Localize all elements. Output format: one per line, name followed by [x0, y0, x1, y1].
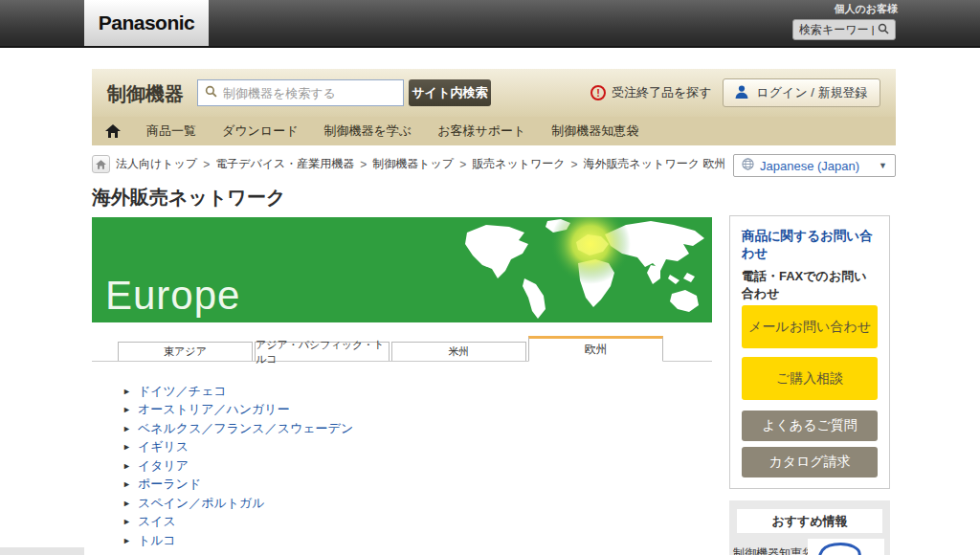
region-tabs: 東アジア アジア・パシフィック・トルコ 米州 欧州 [92, 336, 712, 362]
country-link-list: ► ドイツ／チェコ ► オーストリア／ハンガリー ► ベネルクス／フランス／スウ… [122, 382, 353, 550]
country-link[interactable]: オーストリア／ハンガリー [138, 401, 290, 418]
login-label: ログイン / 新規登録 [756, 84, 867, 101]
country-link[interactable]: イタリア [138, 457, 189, 475]
list-item: ► スイス [122, 513, 353, 532]
tab-asia-pacific-turkey[interactable]: アジア・パシフィック・トルコ [255, 342, 390, 361]
discontinued-products-link[interactable]: 受注終了品を探す [590, 84, 712, 101]
country-link[interactable]: ポーランド [138, 476, 201, 493]
page: Panasonic 個人のお客様 制御機器 サイト内検索 受注終了品を探す ログ… [0, 0, 980, 555]
site-search-button[interactable]: サイト内検索 [409, 79, 491, 106]
country-link[interactable]: スペイン／ポルトガル [138, 495, 265, 512]
nav-item-support[interactable]: お客様サポート [437, 122, 525, 140]
site-search-box[interactable] [197, 79, 404, 106]
caret-down-icon[interactable]: ▼ [879, 161, 887, 170]
pointer-icon: ► [122, 387, 131, 396]
recommend-panel: おすすめ情報 制御機器知恵袋 [729, 500, 890, 555]
purchase-consult-button[interactable]: ご購入相談 [742, 357, 878, 400]
catalog-request-button[interactable]: カタログ請求 [742, 447, 878, 477]
pointer-icon: ► [122, 424, 131, 433]
recommend-item-link[interactable]: 制御機器知恵袋 [733, 545, 813, 555]
global-search-box[interactable] [792, 19, 896, 40]
recommend-title: おすすめ情報 [737, 509, 882, 533]
region-banner: Europe [92, 217, 712, 322]
personal-customer-link[interactable]: 個人のお客様 [834, 2, 898, 16]
top-bar: Panasonic 個人のお客様 [0, 0, 980, 48]
country-link[interactable]: イギリス [138, 438, 189, 455]
country-link[interactable]: スイス [138, 513, 176, 530]
globe-icon [742, 158, 754, 173]
breadcrumb-home-icon[interactable] [92, 155, 110, 173]
global-search-input[interactable] [799, 23, 874, 36]
country-link[interactable]: ベネルクス／フランス／スウェーデン [138, 420, 353, 437]
breadcrumb-separator: > [203, 158, 210, 171]
list-item: ► ドイツ／チェコ [122, 382, 353, 401]
search-icon[interactable] [878, 21, 889, 38]
pointer-icon: ► [122, 479, 131, 489]
tab-east-asia[interactable]: 東アジア [118, 342, 253, 361]
banner-region-label: Europe [105, 273, 240, 319]
site-title: 制御機器 [107, 81, 184, 107]
breadcrumb-item[interactable]: 法人向けトップ [116, 156, 197, 172]
list-item: ► トルコ [122, 531, 353, 550]
breadcrumb-separator: > [571, 158, 578, 171]
breadcrumb-item[interactable]: 制御機器トップ [372, 156, 454, 172]
list-item: ► スペイン／ポルトガル [122, 494, 353, 513]
language-value: Japanese (Japan) [760, 159, 859, 173]
recommend-thumbnail[interactable] [808, 539, 884, 555]
pointer-icon: ► [122, 405, 131, 414]
list-item: ► ポーランド [122, 476, 353, 495]
login-button[interactable]: ログイン / 新規登録 [723, 78, 880, 107]
world-map [454, 217, 712, 322]
pointer-icon: ► [122, 536, 131, 545]
scribble-icon [808, 539, 884, 555]
pointer-icon: ► [122, 461, 131, 471]
site-header: 制御機器 サイト内検索 受注終了品を探す ログイン / 新規登録 [92, 69, 896, 117]
home-icon[interactable] [105, 124, 121, 138]
breadcrumb-item-current: 海外販売ネットワーク 欧州 [584, 156, 726, 172]
user-icon [735, 85, 748, 101]
breadcrumb-item[interactable]: 電子デバイス・産業用機器 [215, 156, 354, 172]
list-item: ► イタリア [122, 456, 353, 476]
contact-title: 商品に関するお問い合わせ [742, 228, 878, 262]
breadcrumb-item[interactable]: 販売ネットワーク [472, 156, 565, 172]
breadcrumb-separator: > [360, 158, 367, 171]
nav-item-chiebukuro[interactable]: 制御機器知恵袋 [551, 122, 638, 140]
alert-icon [590, 85, 606, 100]
europe-glow-icon [550, 217, 631, 284]
pointer-icon: ► [122, 499, 131, 508]
nav-item-products[interactable]: 商品一覧 [146, 122, 196, 140]
tab-americas[interactable]: 米州 [391, 342, 526, 361]
list-item: ► イギリス [122, 438, 353, 457]
contact-subtitle: 電話・FAXでのお問い合わせ [742, 268, 878, 302]
country-link[interactable]: トルコ [138, 532, 176, 549]
pointer-icon: ► [122, 517, 131, 526]
search-icon [205, 84, 217, 101]
footer-edge [0, 547, 84, 555]
tab-europe[interactable]: 欧州 [528, 336, 663, 362]
panasonic-logo[interactable]: Panasonic [84, 0, 209, 46]
discontinued-label: 受注終了品を探す [612, 84, 712, 101]
language-selector[interactable]: Japanese (Japan) ▼ [733, 154, 896, 177]
mail-inquiry-button[interactable]: メールお問い合わせ [742, 305, 878, 348]
list-item: ► オーストリア／ハンガリー [122, 401, 353, 420]
faq-button[interactable]: よくあるご質問 [742, 411, 878, 441]
breadcrumb: 法人向けトップ > 電子デバイス・産業用機器 > 制御機器トップ > 販売ネット… [92, 155, 725, 173]
nav-item-download[interactable]: ダウンロード [222, 122, 299, 140]
main-nav: 商品一覧 ダウンロード 制御機器を学ぶ お客様サポート 制御機器知恵袋 [92, 117, 896, 145]
breadcrumb-separator: > [459, 158, 466, 171]
country-link[interactable]: ドイツ／チェコ [138, 383, 227, 400]
contact-panel: 商品に関するお問い合わせ 電話・FAXでのお問い合わせ → ☎ 電話番号を確認す… [729, 215, 890, 489]
site-search-input[interactable] [223, 86, 396, 100]
list-item: ► ベネルクス／フランス／スウェーデン [122, 419, 353, 438]
pointer-icon: ► [122, 442, 131, 452]
page-title: 海外販売ネットワーク [92, 185, 285, 211]
nav-item-learn[interactable]: 制御機器を学ぶ [324, 122, 412, 140]
